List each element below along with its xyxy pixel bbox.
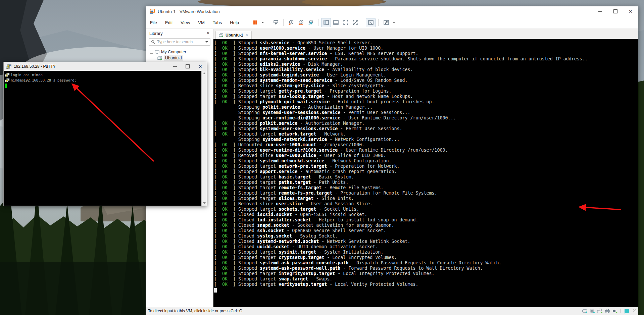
console-line: [ OK ] Stopped target sysinit.target - S… [214, 250, 638, 255]
revert-snapshot-button[interactable] [296, 18, 306, 27]
enter-fullscreen-button[interactable] [341, 18, 350, 27]
menu-vm[interactable]: VM [198, 20, 205, 25]
vm-tabbar: Ubuntu-1 ✕ [213, 29, 638, 39]
library-search-input[interactable]: Type here to search [149, 38, 210, 46]
vmware-statusbar: To direct input to this VM, click inside… [146, 307, 638, 315]
close-icon: ✕ [629, 9, 633, 14]
menu-edit[interactable]: Edit [165, 20, 172, 25]
pause-icon [252, 20, 258, 25]
putty-close-button[interactable]: ✕ [194, 62, 207, 71]
console-line: Stopping systemd-networkd.service - Netw… [214, 137, 638, 142]
tree-item-my-computer[interactable]: − My Computer [146, 49, 213, 55]
printer-icon[interactable] [605, 309, 610, 313]
menu-help[interactable]: Help [230, 20, 239, 25]
stretch-dropdown-button[interactable] [391, 22, 396, 23]
console-view-icon [368, 19, 374, 25]
console-line: Stopping systemd-user-sessions.service -… [214, 110, 638, 115]
console-line: [ OK ] Stopped target remote-fs-pre.targ… [214, 191, 638, 196]
statusbar-message: To direct input to this VM, click inside… [148, 309, 243, 313]
close-icon: ✕ [199, 64, 202, 69]
cd-rom-icon[interactable] [590, 309, 595, 313]
console-line: [ OK ] Stopped blk-availability.service … [214, 67, 638, 72]
console-line: [ OK ] Stopped plymouth-quit-wait.servic… [214, 99, 638, 105]
chevron-down-icon[interactable] [205, 41, 208, 43]
library-close-button[interactable]: ✕ [206, 31, 210, 36]
minimize-button[interactable] [593, 6, 608, 16]
console-line: [ OK ] Stopped target slices.target - Sl… [214, 196, 638, 201]
chevron-down-icon [261, 22, 264, 23]
putty-terminal[interactable]: login as: nimda nimda@192.168.50.28's pa… [4, 71, 207, 206]
toolbar-separator [318, 19, 318, 26]
menu-view[interactable]: View [181, 20, 190, 25]
terminal-line: nimda@192.168.50.28's password: [5, 77, 207, 83]
close-button[interactable]: ✕ [623, 6, 638, 16]
putty-maximize-button[interactable] [181, 62, 194, 71]
minimize-icon [598, 11, 602, 12]
vm-console[interactable]: [ OK ] Stopped ssh.service - OpenBSD Sec… [213, 39, 638, 307]
show-library-button[interactable] [321, 18, 331, 27]
send-ctrl-alt-del-button[interactable] [271, 18, 281, 27]
statusbar-separator [621, 309, 621, 313]
putty-line-icon [5, 73, 10, 77]
console-line: [ OK ] Closed ssh.socket - OpenBSD Secur… [214, 228, 638, 233]
console-line: [ OK ] Closed syslog.socket - Syslog Soc… [214, 233, 638, 239]
resize-grip[interactable] [633, 309, 637, 313]
pause-button[interactable] [250, 18, 260, 27]
console-line: [ OK ] Stopped apport.service - automati… [214, 169, 638, 174]
manage-snapshots-button[interactable] [306, 18, 315, 27]
message-log-icon[interactable] [624, 309, 629, 314]
toolbar-separator [283, 19, 284, 26]
console-cursor [214, 288, 217, 293]
console-view-button[interactable] [366, 18, 376, 27]
menu-list: FileEditViewVMTabsHelp [150, 20, 239, 25]
menu-tabs[interactable]: Tabs [213, 20, 222, 25]
library-header-label: Library [149, 31, 163, 36]
console-line: [ OK ] Stopped systemd-ask-password-wall… [214, 266, 638, 271]
computer-icon [155, 50, 159, 54]
console-line: [ OK ] Stopped paranoia-shutdown.service… [214, 56, 638, 62]
console-line: [ OK ] Stopped target paths.target - Pat… [214, 180, 638, 185]
vmware-toolbar [244, 18, 396, 27]
sound-icon[interactable] [612, 309, 617, 313]
console-line: [ OK ] Stopped target cryptsetup.target … [214, 255, 638, 260]
vmware-titlebar[interactable]: Ubuntu-1 - VMware Workstation ✕ [146, 6, 638, 16]
console-line: [ OK ] Closed systemd-networkd.socket - … [214, 239, 638, 244]
window-title: Ubuntu-1 - VMware Workstation [158, 9, 593, 14]
take-snapshot-button[interactable] [286, 18, 296, 27]
putty-app-icon [6, 64, 11, 69]
search-icon [151, 40, 155, 44]
console-line: [ OK ] Stopped target nss-lookup.target … [214, 94, 638, 99]
vmware-app-icon [149, 8, 155, 14]
vm-icon [219, 33, 224, 37]
tree-item-ubuntu-1[interactable]: Ubuntu-1 [146, 55, 213, 61]
putty-scrollbar[interactable] [201, 71, 207, 206]
scroll-down-icon[interactable] [203, 202, 206, 204]
console-line: [ OK ] Stopped target network-pre.target… [214, 164, 638, 169]
hard-disk-icon[interactable] [582, 309, 588, 313]
show-thumbnail-bar-button[interactable] [331, 18, 341, 27]
putty-titlebar[interactable]: 192.168.50.28 - PuTTY ✕ [4, 62, 207, 71]
console-line: [ OK ] Stopped target getty-pre.target -… [214, 89, 638, 94]
putty-minimize-button[interactable] [168, 62, 181, 71]
tab-close-icon[interactable]: ✕ [245, 33, 248, 37]
putty-line-icon [5, 78, 10, 83]
terminal-line: login as: nimda [5, 72, 207, 77]
free-stretch-button[interactable] [381, 18, 391, 27]
tab-ubuntu-1[interactable]: Ubuntu-1 ✕ [215, 31, 252, 39]
terminal-cursor [5, 84, 7, 88]
minimize-icon [173, 66, 177, 67]
console-line: [ OK ] Stopped systemd-user-sessions.ser… [214, 126, 638, 132]
pause-dropdown-button[interactable] [260, 22, 265, 23]
toolbar-separator [268, 19, 268, 26]
putty-window: 192.168.50.28 - PuTTY ✕ login as: nimda … [3, 62, 207, 206]
network-adapter-icon[interactable] [597, 309, 603, 313]
maximize-icon [186, 64, 190, 68]
maximize-button[interactable] [608, 6, 623, 16]
vm-icon [157, 56, 162, 60]
tree-expander-icon[interactable]: − [150, 51, 153, 54]
menu-file[interactable]: File [150, 20, 157, 25]
console-line: [ OK ] Stopped ssh.service - OpenBSD Sec… [214, 40, 638, 46]
unity-mode-button[interactable] [350, 18, 360, 27]
snapshot-revert-icon [298, 19, 304, 25]
scroll-up-icon[interactable] [203, 72, 206, 74]
